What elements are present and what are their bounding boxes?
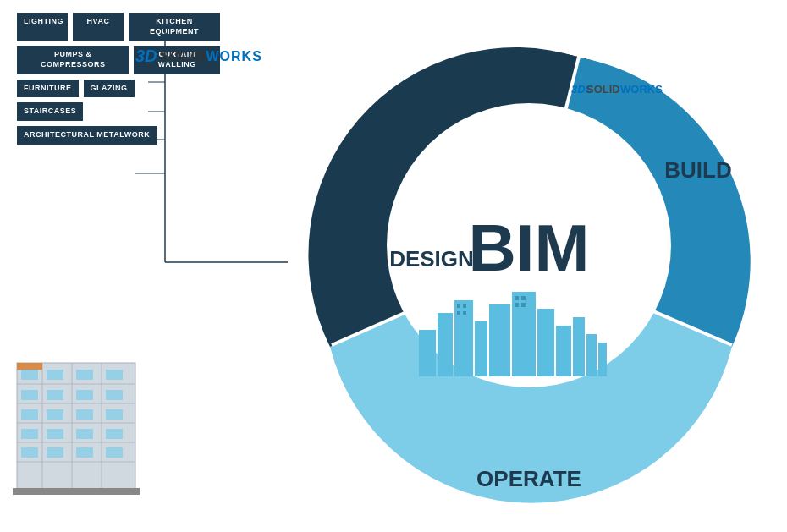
svg-rect-12 — [463, 304, 466, 308]
solidworks-logo: 3D SOLIDWORKS — [135, 47, 262, 66]
svg-rect-30 — [76, 370, 93, 380]
svg-rect-44 — [21, 447, 38, 458]
svg-rect-34 — [76, 390, 93, 400]
svg-rect-14 — [463, 311, 466, 315]
svg-rect-11 — [457, 304, 460, 308]
sw-logo-text: SOLIDWORKS — [161, 49, 262, 64]
tag-furniture: FURNITURE — [17, 80, 79, 98]
tag-pumps-compressors: PUMPS & COMPRESSORS — [17, 46, 129, 74]
svg-rect-10 — [598, 343, 607, 376]
tag-kitchen-equipment: KITCHEN EQUIPMENT — [129, 13, 220, 41]
svg-rect-35 — [106, 390, 123, 400]
tag-lighting: LIGHTING — [17, 13, 68, 41]
svg-rect-43 — [106, 429, 123, 439]
svg-rect-33 — [47, 390, 63, 400]
svg-rect-48 — [17, 363, 42, 370]
svg-rect-32 — [21, 390, 38, 400]
bim-text: BIM — [469, 211, 590, 285]
svg-rect-4 — [489, 304, 510, 376]
svg-rect-7 — [556, 326, 571, 376]
bim-diagram-svg: BIM DESIGN BUILD OPERATE 3DS SOLID WORKS — [283, 8, 774, 516]
svg-rect-45 — [47, 447, 63, 458]
tags-area: LIGHTING HVAC KITCHEN EQUIPMENT PUMPS & … — [17, 13, 220, 150]
logo-solid: SOLID — [586, 83, 620, 96]
svg-rect-41 — [47, 429, 63, 439]
tag-architectural-metalwork: ARCHITECTURAL METALWORK — [17, 126, 157, 145]
logo-works: WORKS — [620, 83, 663, 96]
svg-rect-9 — [586, 334, 597, 376]
build-label: BUILD — [664, 157, 731, 183]
svg-rect-31 — [106, 370, 123, 380]
svg-rect-18 — [521, 303, 526, 307]
operate-label: OPERATE — [476, 466, 581, 491]
svg-rect-46 — [76, 447, 93, 458]
svg-rect-15 — [515, 296, 519, 300]
svg-rect-0 — [419, 330, 436, 376]
svg-rect-37 — [47, 409, 63, 420]
svg-rect-13 — [457, 311, 460, 315]
svg-rect-40 — [21, 429, 38, 439]
svg-rect-19 — [17, 363, 135, 490]
tag-staircases: STAIRCASES — [17, 102, 83, 121]
design-label: DESIGN — [389, 246, 474, 271]
sw-logo-icon: 3D — [135, 47, 157, 66]
svg-rect-42 — [76, 429, 93, 439]
svg-rect-29 — [47, 370, 63, 380]
tag-row-1: LIGHTING HVAC KITCHEN EQUIPMENT — [17, 13, 220, 41]
tag-row-3: FURNITURE GLAZING — [17, 80, 220, 98]
svg-rect-16 — [521, 296, 526, 300]
tag-glazing: GLAZING — [84, 80, 135, 98]
svg-rect-49 — [13, 488, 140, 495]
tag-row-4: STAIRCASES — [17, 102, 220, 121]
building-illustration — [8, 346, 144, 498]
svg-rect-38 — [76, 409, 93, 420]
tag-hvac: HVAC — [73, 13, 124, 41]
svg-rect-6 — [537, 309, 554, 376]
sw-logo-works: WORKS — [206, 49, 261, 63]
svg-rect-8 — [573, 317, 585, 376]
svg-rect-3 — [475, 321, 487, 376]
svg-rect-39 — [106, 409, 123, 420]
tag-row-5: ARCHITECTURAL METALWORK — [17, 126, 220, 145]
svg-rect-1 — [438, 313, 453, 376]
svg-rect-36 — [21, 409, 38, 420]
svg-rect-17 — [515, 303, 519, 307]
svg-rect-47 — [106, 447, 123, 458]
svg-rect-28 — [21, 370, 38, 380]
